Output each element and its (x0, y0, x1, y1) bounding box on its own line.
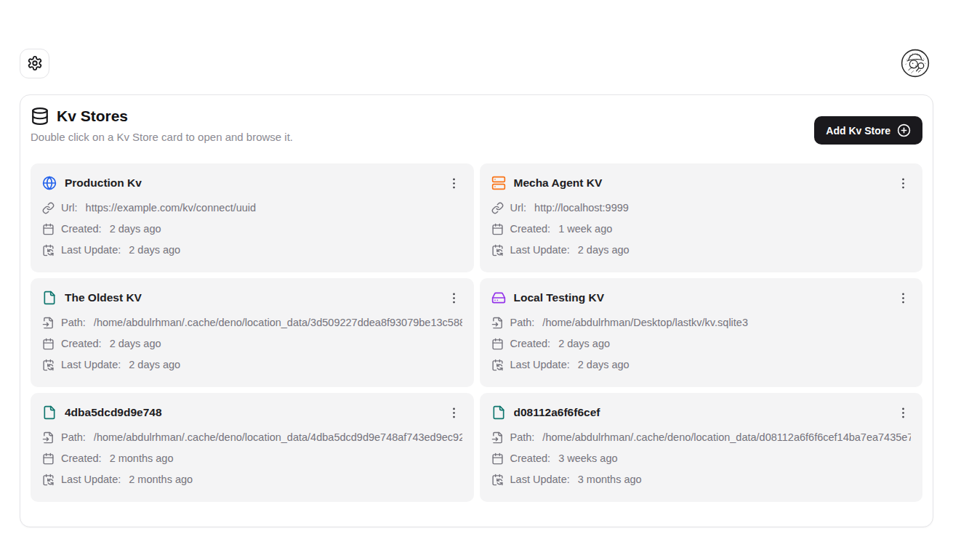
top-bar (20, 48, 930, 78)
server-icon (491, 176, 506, 190)
card-menu-button[interactable] (895, 405, 911, 421)
card-menu-button[interactable] (446, 405, 462, 421)
created-label: Created: (510, 336, 551, 351)
calendar-icon (42, 338, 55, 350)
location-value: /home/abdulrhman/.cache/deno/location_da… (542, 430, 911, 445)
card-menu-button[interactable] (446, 290, 462, 306)
avatar[interactable] (900, 48, 930, 78)
created-value: 2 days ago (110, 336, 462, 351)
created-row: Created: 2 days ago (491, 336, 912, 351)
kv-store-card[interactable]: d08112a6f6f6cef Path: /home/abdulrhman/.… (480, 393, 923, 502)
location-value: http://localhost:9999 (534, 200, 911, 215)
last-update-label: Last Update: (61, 357, 121, 372)
created-value: 1 week ago (558, 222, 911, 236)
kv-stores-panel: Kv Stores Double click on a Kv Store car… (20, 94, 933, 527)
calendar-icon (42, 223, 55, 235)
created-row: Created: 2 months ago (42, 451, 462, 466)
file-input-icon (42, 431, 55, 444)
kv-store-grid: Production Kv Url: https://example.com/k… (31, 163, 922, 502)
hard-drive-icon (491, 291, 506, 305)
created-row: Created: 3 weeks ago (491, 451, 912, 466)
kv-store-name: 4dba5dcd9d9e748 (65, 406, 438, 419)
created-label: Created: (510, 451, 551, 466)
dots-vertical-icon (896, 176, 910, 190)
location-row: Path: /home/abdulrhman/Desktop/lastkv/kv… (491, 315, 912, 330)
created-value: 2 days ago (110, 222, 462, 236)
file-icon (491, 405, 506, 420)
kv-store-card[interactable]: The Oldest KV Path: /home/abdulrhman/.ca… (31, 278, 474, 387)
kv-store-card[interactable]: Production Kv Url: https://example.com/k… (31, 163, 474, 272)
last-update-row: Last Update: 2 days ago (491, 243, 912, 257)
created-value: 3 weeks ago (558, 451, 911, 466)
link-icon (42, 202, 55, 214)
created-row: Created: 2 days ago (42, 336, 462, 351)
location-row: Url: http://localhost:9999 (491, 200, 912, 215)
card-menu-button[interactable] (895, 290, 911, 306)
kv-store-name: d08112a6f6f6cef (514, 406, 888, 419)
add-kv-store-button[interactable]: Add Kv Store (814, 116, 922, 145)
kv-store-card[interactable]: Mecha Agent KV Url: http://localhost:999… (480, 163, 923, 272)
file-input-icon (491, 431, 504, 444)
panel-header: Kv Stores Double click on a Kv Store car… (31, 107, 922, 143)
card-menu-button[interactable] (895, 175, 911, 191)
last-update-value: 2 days ago (129, 243, 462, 257)
last-update-row: Last Update: 2 months ago (42, 472, 462, 487)
circle-plus-icon (897, 123, 911, 137)
page-subtitle: Double click on a Kv Store card to open … (31, 131, 814, 143)
calendar-icon (491, 338, 504, 350)
card-menu-button[interactable] (446, 175, 462, 191)
calendar-icon (491, 223, 504, 235)
created-label: Created: (510, 222, 551, 236)
location-label: Path: (61, 430, 86, 445)
last-update-value: 2 days ago (578, 357, 911, 372)
created-row: Created: 2 days ago (42, 222, 462, 236)
created-value: 2 months ago (110, 451, 462, 466)
location-value: /home/abdulrhman/Desktop/lastkv/kv.sqlit… (542, 315, 911, 330)
calendar-sync-icon (491, 359, 504, 371)
dots-vertical-icon (896, 291, 910, 305)
kv-store-name: The Oldest KV (65, 291, 438, 304)
kv-store-card[interactable]: 4dba5dcd9d9e748 Path: /home/abdulrhman/.… (31, 393, 474, 502)
last-update-value: 2 days ago (578, 243, 911, 257)
gear-icon (27, 55, 43, 71)
last-update-label: Last Update: (510, 472, 570, 487)
last-update-value: 3 months ago (578, 472, 911, 487)
location-row: Path: /home/abdulrhman/.cache/deno/locat… (42, 315, 462, 330)
kv-store-card[interactable]: Local Testing KV Path: /home/abdulrhman/… (480, 278, 923, 387)
add-kv-store-label: Add Kv Store (826, 125, 890, 137)
last-update-value: 2 months ago (129, 472, 462, 487)
dots-vertical-icon (447, 176, 461, 190)
calendar-sync-icon (42, 474, 55, 486)
location-label: Url: (61, 200, 78, 215)
calendar-icon (42, 453, 55, 465)
detective-logo-icon (900, 48, 930, 78)
location-row: Url: https://example.com/kv/connect/uuid (42, 200, 462, 215)
location-label: Path: (510, 430, 535, 445)
location-value: /home/abdulrhman/.cache/deno/location_da… (94, 430, 462, 445)
last-update-label: Last Update: (510, 243, 570, 257)
last-update-label: Last Update: (61, 472, 121, 487)
calendar-sync-icon (491, 474, 504, 486)
calendar-icon (491, 453, 504, 465)
settings-button[interactable] (20, 49, 49, 78)
kv-store-name: Local Testing KV (514, 291, 888, 304)
created-label: Created: (61, 222, 102, 236)
last-update-row: Last Update: 2 days ago (42, 357, 462, 372)
calendar-sync-icon (491, 244, 504, 256)
last-update-label: Last Update: (510, 357, 570, 372)
file-input-icon (42, 317, 55, 329)
last-update-row: Last Update: 3 months ago (491, 472, 912, 487)
kv-store-name: Production Kv (65, 176, 438, 190)
dots-vertical-icon (447, 406, 461, 420)
file-icon (42, 405, 57, 420)
location-row: Path: /home/abdulrhman/.cache/deno/locat… (491, 430, 912, 445)
location-row: Path: /home/abdulrhman/.cache/deno/locat… (42, 430, 462, 445)
last-update-value: 2 days ago (129, 357, 462, 372)
last-update-row: Last Update: 2 days ago (42, 243, 462, 257)
location-label: Path: (510, 315, 535, 330)
created-label: Created: (61, 336, 102, 351)
dots-vertical-icon (447, 291, 461, 305)
created-row: Created: 1 week ago (491, 222, 912, 236)
last-update-label: Last Update: (61, 243, 121, 257)
location-value: /home/abdulrhman/.cache/deno/location_da… (94, 315, 462, 330)
